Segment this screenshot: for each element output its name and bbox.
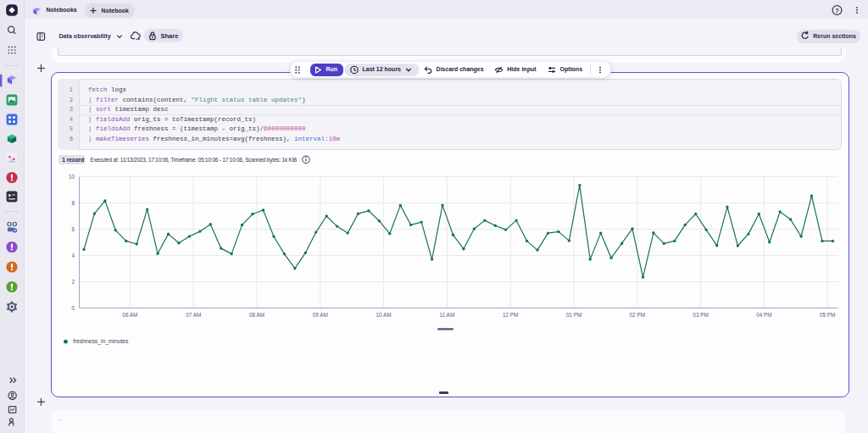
svg-text:?: ? bbox=[835, 7, 839, 14]
